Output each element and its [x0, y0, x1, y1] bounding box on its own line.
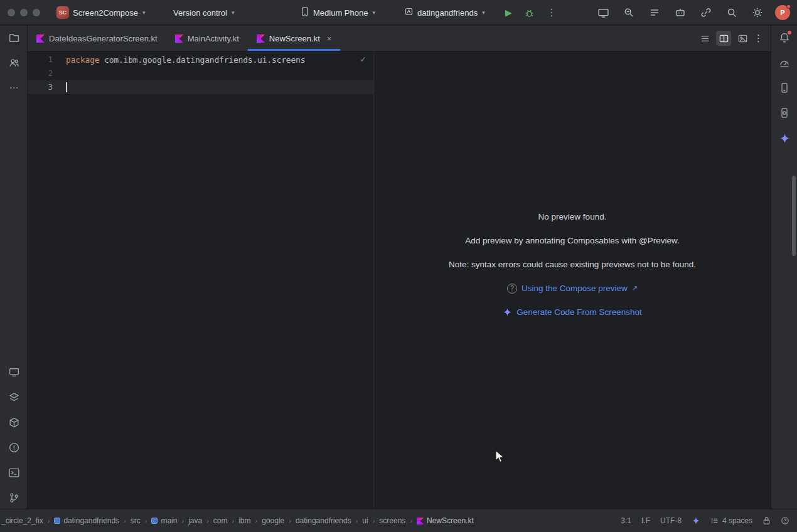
line-separator-widget[interactable]: LF	[641, 516, 650, 525]
gemini-icon[interactable]	[777, 130, 792, 146]
main-area: ⋯ DateIdeasGeneratorScreen.kt MainActivi…	[0, 26, 797, 509]
breadcrumb-separator: ›	[124, 517, 126, 524]
breadcrumb-separator: ›	[181, 517, 184, 524]
breadcrumb-item[interactable]: google	[262, 516, 284, 525]
right-toolwindow-bar	[771, 26, 797, 509]
breadcrumb-item[interactable]: ui	[362, 516, 368, 525]
more-tool-windows-icon[interactable]: ⋯	[6, 80, 21, 95]
vcs-label: Version control	[173, 8, 227, 18]
keyword: package	[66, 55, 99, 65]
device-label: Medium Phone	[313, 8, 368, 18]
breadcrumb-separator: ›	[356, 517, 358, 524]
editor-column: DateIdeasGeneratorScreen.kt MainActivity…	[28, 26, 771, 509]
window-controls	[8, 0, 40, 25]
close-window-button[interactable]	[8, 9, 15, 16]
code-editor[interactable]: 1 package com.ibm.google.datingandfriend…	[28, 51, 374, 509]
breadcrumb-item[interactable]: ibm	[238, 516, 250, 525]
statusbar-widgets: 3:1 LF UTF-8 4 spaces	[621, 516, 789, 525]
more-actions-icon[interactable]: ⋮	[547, 7, 557, 18]
titlebar-right-actions	[596, 0, 764, 25]
chevron-down-icon: ▾	[142, 9, 146, 16]
code-line-3-current: 3	[28, 80, 373, 94]
chevron-down-icon: ▾	[232, 9, 235, 16]
encoding-widget[interactable]: UTF-8	[660, 516, 682, 525]
external-link-icon: ↗	[632, 284, 638, 292]
git-branch-icon[interactable]	[6, 490, 21, 505]
code-search-icon[interactable]	[622, 6, 636, 19]
help-icon[interactable]	[781, 516, 789, 525]
build-variants-icon[interactable]	[6, 390, 21, 405]
tab-newscreen[interactable]: NewScreen.kt ×	[248, 26, 341, 51]
tab-label: MainActivity.kt	[188, 34, 239, 43]
generate-code-from-screenshot-link[interactable]: Generate Code From Screenshot	[516, 307, 642, 317]
device-mirror-icon[interactable]	[777, 105, 792, 120]
tab-mainactivity[interactable]: MainActivity.kt	[166, 26, 248, 51]
zoom-window-button[interactable]	[33, 9, 40, 16]
left-toolwindow-bar: ⋯	[0, 26, 28, 509]
device-explorer-icon[interactable]	[777, 80, 792, 95]
caret-position-widget[interactable]: 3:1	[621, 516, 631, 525]
breadcrumb-item-current-file[interactable]: NewScreen.kt	[417, 516, 474, 525]
statusbar: _circle_2_fix › datingandfriends › src ›…	[0, 509, 797, 532]
tab-label: DateIdeasGeneratorScreen.kt	[49, 34, 158, 43]
phone-icon	[301, 6, 309, 19]
tab-dateideasgeneratorscreen[interactable]: DateIdeasGeneratorScreen.kt	[28, 26, 166, 51]
design-view-icon[interactable]	[735, 31, 750, 46]
breadcrumb-item[interactable]: _circle_2_fix	[1, 516, 43, 525]
breadcrumb-item[interactable]: src	[131, 516, 141, 525]
line-number: 2	[28, 69, 53, 78]
kotlin-file-icon	[175, 35, 183, 43]
running-devices-icon[interactable]	[596, 6, 610, 19]
breadcrumb-item[interactable]: datingandfriends	[296, 516, 351, 525]
terminal-icon[interactable]	[6, 465, 21, 480]
no-preview-message: No preview found. Add preview by annotat…	[374, 211, 771, 331]
project-selector[interactable]: SC Screen2Compose ▾	[56, 0, 146, 25]
window-scrollbar-thumb[interactable]	[792, 176, 796, 256]
breadcrumb-item[interactable]: datingandfriends	[54, 516, 119, 525]
breadcrumb-separator: ›	[373, 517, 375, 524]
problems-icon[interactable]	[6, 440, 21, 455]
package-box-icon[interactable]	[6, 415, 21, 430]
ai-sparkle-icon[interactable]	[692, 516, 700, 525]
minimize-window-button[interactable]	[20, 9, 28, 16]
breadcrumb-separator: ›	[289, 517, 291, 524]
settings-gear-icon[interactable]	[751, 6, 764, 19]
running-devices-panel-icon[interactable]	[6, 364, 21, 380]
compose-preview-docs-link[interactable]: Using the Compose preview	[522, 284, 628, 293]
tab-options-icon[interactable]: ⋮	[754, 33, 763, 44]
ai-assistant-icon[interactable]	[673, 6, 687, 19]
profiler-icon[interactable]	[777, 55, 792, 70]
breadcrumb-separator: ›	[48, 517, 50, 524]
code-view-icon[interactable]	[697, 31, 712, 46]
notifications-bell-icon[interactable]	[777, 30, 792, 45]
project-name: Screen2Compose	[73, 8, 138, 18]
code-line-2: 2	[28, 66, 373, 80]
user-avatar[interactable]: P	[775, 5, 790, 20]
run-button[interactable]: ▶	[505, 8, 512, 17]
preview-mode-toggles: ⋮	[697, 26, 771, 51]
close-tab-icon[interactable]: ×	[327, 34, 332, 43]
readonly-lock-icon[interactable]	[762, 516, 771, 525]
split-view-icon[interactable]	[716, 31, 731, 46]
breadcrumb-item[interactable]: screens	[379, 516, 405, 525]
chevron-down-icon: ▾	[372, 9, 375, 16]
resource-manager-icon[interactable]	[6, 55, 21, 70]
breadcrumb-separator: ›	[232, 517, 235, 524]
run-configuration-selector[interactable]: datingandfriends ▾	[404, 0, 485, 25]
indent-widget[interactable]: 4 spaces	[710, 516, 752, 525]
task-list-icon[interactable]	[648, 6, 661, 19]
debug-button[interactable]	[523, 6, 537, 19]
breadcrumb-separator: ›	[145, 517, 147, 524]
breadcrumb-item[interactable]: java	[188, 516, 202, 525]
package-path: com.ibm.google.datingandfriends.ui.scree…	[99, 55, 305, 65]
vcs-widget[interactable]: Version control ▾	[173, 0, 235, 25]
breadcrumb-item[interactable]: com	[213, 516, 228, 525]
project-folder-icon[interactable]	[6, 30, 21, 45]
line-number: 3	[28, 83, 53, 92]
search-icon[interactable]	[725, 6, 739, 19]
breadcrumb-item[interactable]: main	[151, 516, 177, 525]
device-selector[interactable]: Medium Phone ▾	[301, 0, 375, 25]
preview-msg-hint: Add preview by annotating Composables wi…	[374, 235, 771, 246]
link-icon[interactable]	[699, 6, 713, 19]
inspections-ok-icon: ✓	[361, 54, 366, 64]
